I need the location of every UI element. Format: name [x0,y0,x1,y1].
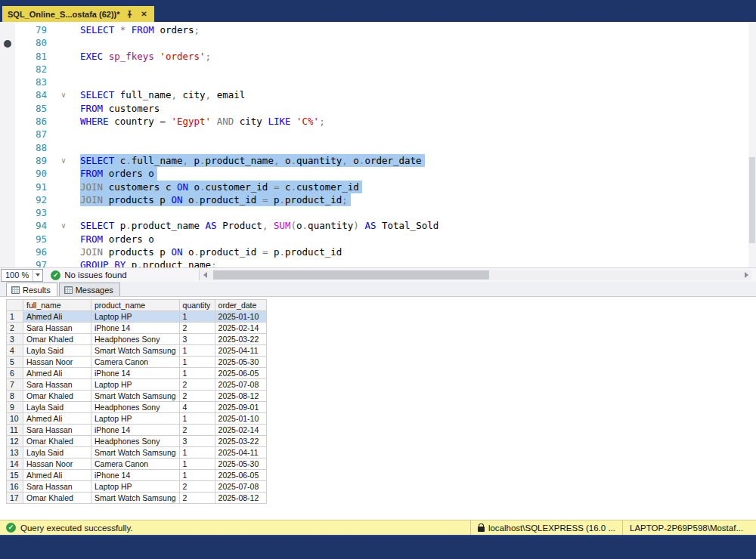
grid-cell[interactable]: 2025-07-08 [215,481,266,493]
grid-cell[interactable]: 3 [179,436,215,447]
code-line[interactable]: 81EXEC sp_fkeys 'orders'; [0,50,748,63]
code-line[interactable]: 87 [0,128,748,141]
grid-cell[interactable]: Ahmed Ali [23,413,91,425]
scroll-left-arrow-icon[interactable] [200,270,210,280]
grid-row-header[interactable]: 7 [7,379,23,391]
grid-row-header[interactable]: 9 [7,402,23,413]
grid-row[interactable]: 15Ahmed AliiPhone 1412025-06-05 [7,470,267,481]
grid-cell[interactable]: Laptop HP [91,413,180,425]
grid-row[interactable]: 11Sara HassaniPhone 1422025-02-14 [7,425,267,436]
code-line[interactable]: 80 [0,36,748,49]
grid-cell[interactable]: Sara Hassan [23,481,91,493]
grid-row-header[interactable]: 6 [7,368,23,379]
grid-cell[interactable]: Omar Khaled [23,334,91,345]
grid-row-header[interactable]: 1 [7,311,23,323]
grid-row[interactable]: 14Hassan NoorCamera Canon12025-05-30 [7,459,267,470]
grid-cell[interactable]: Hassan Noor [23,459,91,470]
grid-row-header[interactable]: 4 [7,345,23,357]
code-line[interactable]: 89∨SELECT c.full_name, p.product_name, o… [0,154,748,167]
grid-column-header[interactable]: full_name [23,300,91,311]
grid-row-header[interactable]: 3 [7,334,23,345]
code-line[interactable]: 93 [0,206,748,219]
grid-row-header[interactable]: 12 [7,436,23,447]
code-line[interactable]: 95FROM orders o [0,233,748,246]
grid-cell[interactable]: 2025-05-30 [215,459,266,470]
grid-row-header[interactable]: 16 [7,481,23,493]
grid-cell[interactable]: 4 [179,402,215,413]
code-editor[interactable]: 79SELECT * FROM orders;8081EXEC sp_fkeys… [0,22,756,267]
grid-row[interactable]: 13Layla SaidSmart Watch Samsung12025-04-… [7,447,267,459]
scroll-right-arrow-icon[interactable] [741,270,751,280]
grid-row[interactable]: 16Sara HassanLaptop HP22025-07-08 [7,481,267,493]
grid-cell[interactable]: Headphones Sony [91,334,180,345]
zoom-control[interactable]: 100 % [1,269,43,282]
grid-row[interactable]: 6Ahmed AliiPhone 1412025-06-05 [7,368,267,379]
grid-cell[interactable]: 2025-06-05 [215,368,266,379]
grid-cell[interactable]: Sara Hassan [23,323,91,334]
grid-cell[interactable]: Layla Said [23,402,91,413]
grid-cell[interactable]: Ahmed Ali [23,368,91,379]
grid-cell[interactable]: 1 [179,413,215,425]
grid-cell[interactable]: Omar Khaled [23,391,91,402]
grid-cell[interactable]: 2 [179,493,215,504]
grid-cell[interactable]: iPhone 14 [91,368,180,379]
close-icon[interactable]: ✕ [140,10,149,19]
code-line[interactable]: 90FROM orders o [0,167,748,180]
grid-cell[interactable]: Smart Watch Samsung [91,345,180,357]
grid-row-header[interactable]: 5 [7,357,23,368]
grid-row-header[interactable]: 14 [7,459,23,470]
grid-cell[interactable]: Layla Said [23,447,91,459]
grid-row[interactable]: 4Layla SaidSmart Watch Samsung12025-04-1… [7,345,267,357]
grid-row[interactable]: 2Sara HassaniPhone 1422025-02-14 [7,323,267,334]
grid-cell[interactable]: 2 [179,425,215,436]
grid-cell[interactable]: 2025-01-10 [215,311,266,323]
grid-cell[interactable]: 2025-01-10 [215,413,266,425]
grid-cell[interactable]: 2025-07-08 [215,379,266,391]
grid-cell[interactable]: Omar Khaled [23,436,91,447]
grid-cell[interactable]: 2025-04-11 [215,447,266,459]
code-line[interactable]: 96JOIN products p ON o.product_id = p.pr… [0,246,748,258]
vertical-scrollbar-thumb[interactable] [749,157,755,243]
code-line[interactable]: 92JOIN products p ON o.product_id = p.pr… [0,193,748,206]
code-line[interactable]: 97GROUP BY p.product_name; [0,258,748,267]
grid-cell[interactable]: 1 [179,368,215,379]
grid-cell[interactable]: 2025-05-30 [215,357,266,368]
grid-cell[interactable]: 1 [179,345,215,357]
grid-row-header[interactable]: 11 [7,425,23,436]
grid-cell[interactable]: Laptop HP [91,481,180,493]
grid-row[interactable]: 9Layla SaidHeadphones Sony42025-09-01 [7,402,267,413]
grid-cell[interactable]: iPhone 14 [91,470,180,481]
grid-cell[interactable]: Omar Khaled [23,493,91,504]
fold-chevron-icon[interactable]: ∨ [47,219,80,232]
grid-cell[interactable]: 1 [179,447,215,459]
chevron-down-icon[interactable] [33,270,42,281]
fold-chevron-icon[interactable]: ∨ [47,88,80,101]
code-line[interactable]: 84∨SELECT full_name, city, email [0,88,748,101]
grid-cell[interactable]: 1 [179,459,215,470]
grid-row-header[interactable]: 15 [7,470,23,481]
grid-cell[interactable]: Ahmed Ali [23,311,91,323]
grid-cell[interactable]: 2 [179,391,215,402]
grid-cell[interactable]: 2025-04-11 [215,345,266,357]
horizontal-scrollbar[interactable] [199,270,751,280]
grid-row[interactable]: 7Sara HassanLaptop HP22025-07-08 [7,379,267,391]
grid-cell[interactable]: 2025-02-14 [215,425,266,436]
grid-row[interactable]: 17Omar KhaledSmart Watch Samsung22025-08… [7,493,267,504]
grid-cell[interactable]: 1 [179,470,215,481]
grid-row[interactable]: 5Hassan NoorCamera Canon12025-05-30 [7,357,267,368]
grid-row[interactable]: 12Omar KhaledHeadphones Sony32025-03-22 [7,436,267,447]
grid-cell[interactable]: 2025-08-12 [215,493,266,504]
grid-cell[interactable]: Camera Canon [91,459,180,470]
grid-column-header[interactable]: quantity [179,300,215,311]
grid-column-header[interactable]: order_date [215,300,266,311]
grid-row-header[interactable]: 2 [7,323,23,334]
grid-cell[interactable]: 2025-06-05 [215,470,266,481]
document-tab[interactable]: SQL_Online_S...ostafa (62))* ✕ [2,6,154,22]
grid-cell[interactable]: 2025-03-22 [215,334,266,345]
code-line[interactable]: 88 [0,141,748,154]
vertical-scrollbar[interactable] [748,22,756,267]
grid-cell[interactable]: Camera Canon [91,357,180,368]
grid-cell[interactable]: Headphones Sony [91,402,180,413]
pin-icon[interactable] [125,10,135,19]
grid-row-header[interactable]: 10 [7,413,23,425]
